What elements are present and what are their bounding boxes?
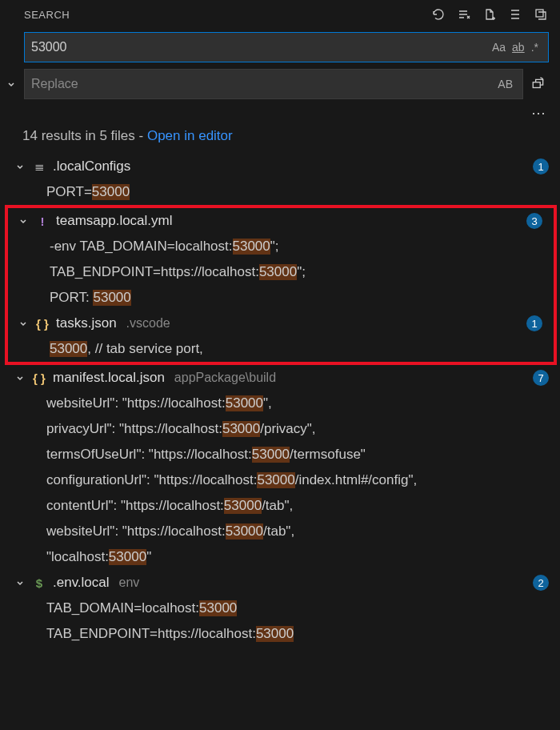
match-count-badge: 1 (526, 315, 542, 331)
collapse-all-icon[interactable] (533, 6, 549, 22)
svg-rect-0 (536, 10, 543, 17)
match-row[interactable]: configurationUrl": "https://localhost:53… (0, 467, 560, 493)
file-path: appPackage\build (174, 371, 276, 385)
match-row[interactable]: websiteUrl": "https://localhost:53000/ta… (0, 519, 560, 544)
match-row[interactable]: TAB_DOMAIN=localhost:53000 (0, 596, 560, 621)
search-input-row: Aa ab .* (0, 29, 560, 66)
match-row[interactable]: 53000, // tab service port, (8, 336, 554, 362)
search-input[interactable] (31, 40, 489, 54)
match-row[interactable]: TAB_ENDPOINT=https://localhost:53000"; (8, 259, 554, 285)
file-name: teamsapp.local.yml (56, 213, 173, 229)
svg-rect-1 (533, 82, 540, 88)
match-count-badge: 7 (533, 370, 549, 386)
panel-header: SEARCH (0, 0, 560, 29)
results-summary: 14 results in 5 files - Open in editor (0, 123, 560, 154)
clear-results-icon[interactable] (456, 6, 472, 22)
match-count-badge: 1 (533, 158, 549, 174)
file-type-icon: { } (35, 317, 50, 331)
replace-input-wrap[interactable]: AB (24, 69, 523, 99)
regex-icon[interactable]: .* (528, 41, 542, 54)
view-as-tree-icon[interactable] (507, 6, 523, 22)
file-row[interactable]: { }manifest.local.jsonappPackage\build7 (0, 365, 560, 391)
match-count-badge: 3 (526, 213, 542, 229)
more-options[interactable]: ⋯ (0, 102, 560, 123)
file-row[interactable]: ≣.localConfigs1 (0, 154, 560, 179)
file-name: .localConfigs (53, 158, 130, 174)
match-row[interactable]: PORT=53000 (0, 179, 560, 205)
match-row[interactable]: PORT: 53000 (8, 285, 554, 311)
match-row[interactable]: -env TAB_DOMAIN=localhost:53000"; (8, 234, 554, 259)
chevron-down-icon (18, 318, 29, 329)
summary-text: 14 results in 5 files - (22, 128, 147, 143)
search-input-wrap[interactable]: Aa ab .* (24, 32, 549, 62)
match-row[interactable]: termsOfUseUrl": "https://localhost:53000… (0, 442, 560, 467)
file-name: tasks.json (56, 315, 117, 331)
replace-input-row: AB (0, 66, 560, 102)
file-path: .vscode (126, 316, 170, 331)
expand-replace-toggle[interactable] (3, 78, 19, 90)
results-tree: ≣.localConfigs1PORT=53000!teamsapp.local… (0, 154, 560, 647)
highlight-box: !teamsapp.local.yml3-env TAB_DOMAIN=loca… (5, 205, 557, 365)
chevron-down-icon (14, 577, 26, 588)
match-row[interactable]: privacyUrl": "https://localhost:53000/pr… (0, 416, 560, 442)
file-type-icon: ! (35, 215, 50, 228)
file-name: manifest.local.json (53, 370, 165, 386)
replace-input[interactable] (31, 77, 494, 91)
chevron-down-icon (18, 215, 29, 227)
file-type-icon: ≣ (32, 159, 46, 174)
new-file-icon[interactable] (482, 6, 498, 22)
match-word-icon[interactable]: ab (509, 41, 528, 54)
file-type-icon: $ (32, 576, 46, 590)
file-type-icon: { } (32, 371, 46, 385)
chevron-down-icon (14, 161, 26, 172)
match-row[interactable]: contentUrl": "https://localhost:53000/ta… (0, 493, 560, 519)
open-in-editor-link[interactable]: Open in editor (147, 128, 233, 143)
replace-all-button[interactable] (528, 77, 549, 91)
match-count-badge: 2 (533, 575, 549, 591)
chevron-down-icon (14, 372, 26, 383)
match-row[interactable]: TAB_ENDPOINT=https://localhost:53000 (0, 621, 560, 647)
file-row[interactable]: $.env.localenv2 (0, 570, 560, 596)
file-path: env (119, 576, 140, 590)
match-row[interactable]: websiteUrl": "https://localhost:53000", (0, 391, 560, 416)
file-row[interactable]: !teamsapp.local.yml3 (8, 208, 554, 234)
match-row[interactable]: "localhost:53000" (0, 544, 560, 570)
match-case-icon[interactable]: Aa (489, 41, 509, 54)
file-name: .env.local (53, 575, 110, 591)
file-row[interactable]: { }tasks.json.vscode1 (8, 311, 554, 336)
preserve-case-icon[interactable]: AB (494, 78, 516, 90)
panel-title: SEARCH (24, 9, 430, 21)
refresh-icon[interactable] (430, 6, 446, 22)
header-actions (430, 6, 549, 22)
